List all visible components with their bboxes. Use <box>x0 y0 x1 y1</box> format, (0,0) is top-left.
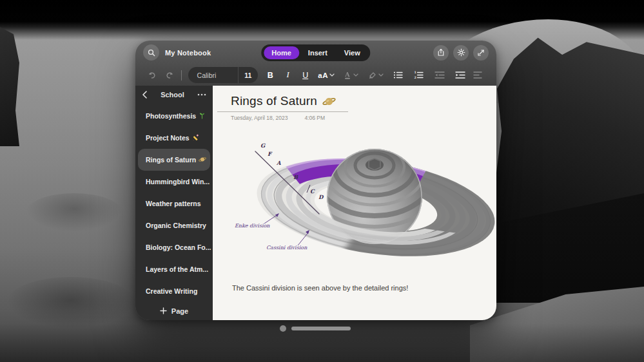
svg-text:A: A <box>344 71 350 78</box>
sidebar-item-layers-atmosphere[interactable]: Layers of the Atm... <box>138 258 210 280</box>
page-date: Tuesday, April 18, 2023 <box>231 115 288 121</box>
tab-insert[interactable]: Insert <box>300 46 335 59</box>
saturn-icon <box>322 95 336 108</box>
tab-home[interactable]: Home <box>264 46 299 59</box>
plus-icon <box>160 307 167 314</box>
share-icon <box>437 48 445 57</box>
font-color-button[interactable]: A <box>343 71 358 80</box>
window-close-button[interactable] <box>280 325 286 332</box>
note-canvas[interactable]: Rings of Saturn Tuesday, April 18, 2023 … <box>213 86 496 320</box>
sidebar-item-photosynthesis[interactable]: Photosynthesis <box>138 105 210 127</box>
sidebar-header: School <box>135 88 213 101</box>
sidebar-item-organic-chemistry[interactable]: Organic Chemistry <box>138 214 210 236</box>
page-title[interactable]: Rings of Saturn <box>231 94 317 108</box>
sidebar-item-biology-ocean[interactable]: Biology: Ocean Fo... <box>138 236 210 258</box>
toolbar: My Notebook Home Insert View <box>135 41 496 86</box>
indent-icon <box>455 71 465 79</box>
svg-text:1: 1 <box>415 71 416 74</box>
undo-icon <box>147 71 157 80</box>
font-picker: Calibri 11 <box>188 67 258 83</box>
search-icon <box>148 49 155 57</box>
sidebar-item-project-notes[interactable]: Project Notes <box>138 127 210 149</box>
italic-button[interactable]: I <box>279 70 297 80</box>
ring-label-a: A <box>276 160 281 166</box>
font-color-icon: A <box>343 71 352 80</box>
outdent-button[interactable] <box>434 71 445 79</box>
moon-rock-left <box>0 27 19 146</box>
title-bar: My Notebook Home Insert View <box>135 41 496 64</box>
font-name-select[interactable]: Calibri <box>188 71 238 79</box>
notebook-title[interactable]: My Notebook <box>165 49 211 57</box>
settings-button[interactable] <box>453 45 469 61</box>
numbered-list-icon: 12 <box>414 71 424 79</box>
expand-button[interactable] <box>473 45 489 61</box>
redo-button[interactable] <box>165 71 175 80</box>
indent-button[interactable] <box>455 71 465 79</box>
ring-label-g: G <box>260 142 266 149</box>
seedling-icon <box>199 112 206 119</box>
section-title: School <box>148 91 197 99</box>
text-style-button[interactable]: aA <box>318 71 335 79</box>
saturn-figure[interactable]: G F A B C D Enke division <box>231 128 496 281</box>
outdent-icon <box>434 71 445 79</box>
window-drag-bar[interactable] <box>291 327 351 330</box>
page-time: 4:06 PM <box>304 115 325 121</box>
underline-button[interactable]: U <box>297 71 314 80</box>
chevron-left-icon[interactable] <box>142 91 148 99</box>
toolbar-divider <box>181 70 182 81</box>
highlighter-button[interactable] <box>367 71 384 80</box>
expand-icon <box>477 49 485 57</box>
sidebar-item-creative-writing[interactable]: Creative Writing <box>138 280 210 302</box>
moon-crater <box>6 277 135 329</box>
more-options-icon[interactable] <box>197 93 206 96</box>
onenote-window: My Notebook Home Insert View <box>135 41 496 320</box>
text-style-icon: aA <box>318 71 328 79</box>
title-underline <box>217 111 348 112</box>
pencil-icon <box>192 134 199 141</box>
sidebar-item-hummingbird[interactable]: Hummingbird Win... <box>138 171 210 193</box>
moon-crater <box>26 193 122 232</box>
settings-icon <box>457 48 465 57</box>
bullet-list-icon <box>393 71 404 79</box>
note-caption[interactable]: The Cassini division is seen above by th… <box>232 284 496 292</box>
sidebar-item-rings-of-saturn[interactable]: Rings of Saturn <box>138 149 210 171</box>
chevron-down-icon <box>378 73 384 77</box>
align-icon <box>473 71 482 79</box>
saturn-icon <box>199 156 206 163</box>
format-toolbar: Calibri 11 B I U aA A <box>135 64 496 86</box>
bullet-list-button[interactable] <box>393 71 404 79</box>
chevron-down-icon <box>353 73 358 77</box>
search-button[interactable] <box>143 44 159 61</box>
align-button[interactable] <box>473 71 482 79</box>
font-size-select[interactable]: 11 <box>238 67 258 83</box>
sidebar-item-weather-patterns[interactable]: Weather patterns <box>138 193 210 214</box>
tab-view[interactable]: View <box>337 46 368 59</box>
page-sidebar: School Photosynthesis Project Notes <box>135 86 213 320</box>
page-list: Photosynthesis Project Notes Rings of Sa… <box>135 101 213 302</box>
ribbon-tabs: Home Insert View <box>261 44 370 61</box>
highlighter-icon <box>367 71 377 80</box>
window-actions <box>433 45 489 61</box>
numbered-list-button[interactable]: 12 <box>414 71 424 79</box>
share-button[interactable] <box>433 45 449 61</box>
cassini-division-label: Cassini division <box>266 245 307 251</box>
bold-button[interactable]: B <box>262 71 279 80</box>
chevron-down-icon <box>329 73 335 77</box>
redo-icon <box>165 71 175 80</box>
enke-division-label: Enke division <box>235 223 270 229</box>
svg-text:2: 2 <box>415 76 416 79</box>
add-page-button[interactable]: Page <box>135 302 213 321</box>
ring-label-b: B <box>293 174 298 180</box>
saturn-diagram: G F A B C D Enke division <box>231 128 495 279</box>
ring-label-f: F <box>268 151 273 157</box>
undo-button[interactable] <box>147 71 157 80</box>
